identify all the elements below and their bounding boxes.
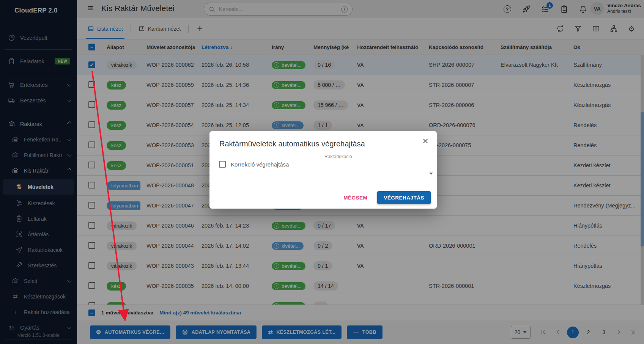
app-window: CloudERP 2.0 VezérlőpultFeladatokNEWÉrté… bbox=[0, 0, 644, 344]
warehouse-location-select[interactable]: Raktárlokáció bbox=[324, 154, 434, 178]
warehouse-location-label: Raktárlokáció bbox=[324, 154, 434, 159]
correction-checkbox-label: Korrekció végrehajtása bbox=[231, 161, 289, 168]
confirm-button[interactable]: VÉGREHAJTÁS bbox=[377, 191, 431, 204]
correction-checkbox-row[interactable]: Korrekció végrehajtása bbox=[219, 161, 289, 168]
correction-checkbox[interactable] bbox=[219, 161, 226, 168]
close-icon[interactable]: × bbox=[422, 136, 428, 146]
dialog-title: Raktárműveletek automatikus végrehajtása bbox=[219, 140, 365, 148]
auto-execute-dialog: Raktárműveletek automatikus végrehajtása… bbox=[209, 131, 437, 209]
dialog-actions: MÉGSEM VÉGREHAJTÁS bbox=[341, 191, 431, 204]
warehouse-location-input[interactable] bbox=[324, 169, 434, 178]
chevron-down-icon bbox=[429, 173, 433, 175]
cancel-button[interactable]: MÉGSEM bbox=[341, 195, 370, 201]
